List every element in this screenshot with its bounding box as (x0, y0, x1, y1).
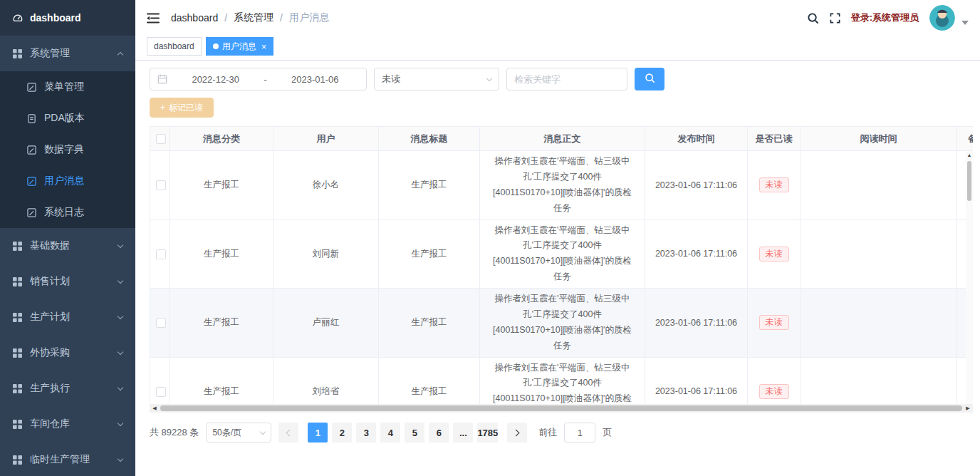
date-start-value[interactable]: 2022-12-30 (172, 74, 259, 85)
sidebar-item-1[interactable]: 基础数据 (0, 228, 135, 264)
sidebar-item-5[interactable]: 生产执行 (0, 371, 135, 406)
sidebar-subitem-0-3[interactable]: 用户消息 (0, 165, 135, 197)
cell-user: 徐小名 (273, 151, 379, 220)
grid-icon (13, 348, 23, 358)
close-icon[interactable]: × (261, 42, 267, 51)
row-checkbox[interactable] (156, 318, 166, 328)
cell-content: 操作者刘玉霞在'平端面、钻三级中孔'工序提交了400件[40011S0170+1… (480, 151, 645, 220)
sidebar-subitem-0-0[interactable]: 菜单管理 (0, 71, 135, 103)
horizontal-scroll-thumb[interactable] (160, 405, 962, 411)
cell-content: 操作者刘玉霞在'平端面、钻三级中孔'工序提交了400件[40011S0170+1… (480, 289, 645, 358)
tab-label: 用户消息 (222, 41, 256, 53)
select-all-cell (150, 127, 170, 151)
cell-read-time (801, 219, 957, 289)
breadcrumb-item-0[interactable]: dashboard (171, 12, 218, 24)
page-button-6[interactable]: 6 (429, 423, 449, 443)
chevron-down-icon (118, 242, 123, 247)
sidebar-item-label: 车间仓库 (30, 418, 70, 430)
total-count: 共 89228 条 (150, 426, 199, 439)
cell-title: 生产报工 (379, 289, 480, 358)
page-button-2[interactable]: 2 (332, 423, 352, 443)
goto-label: 前往 (538, 426, 557, 439)
column-header-6: 阅读时间 (801, 127, 957, 151)
date-end-value[interactable]: 2023-01-06 (271, 74, 359, 85)
next-page-button[interactable] (507, 423, 527, 443)
read-status-select[interactable]: 未读 (374, 68, 499, 90)
avatar[interactable] (929, 5, 955, 31)
cell-user: 刘培省 (273, 357, 379, 404)
chevron-down-icon (118, 348, 123, 354)
select-all-checkbox[interactable] (156, 134, 166, 144)
search-icon[interactable] (807, 12, 819, 24)
sidebar-item-0[interactable]: 系统管理 (0, 36, 135, 71)
breadcrumb-separator: / (224, 12, 227, 24)
sidebar-subitem-0-4[interactable]: 系统日志 (0, 197, 135, 228)
vertical-scrollbar[interactable]: ▲ (966, 151, 973, 404)
scroll-right-icon[interactable]: ▶ (963, 405, 973, 411)
keyword-input[interactable] (506, 68, 627, 90)
sidebar-subitem-label: 数据字典 (44, 143, 84, 156)
row-checkbox[interactable] (156, 249, 166, 259)
edit-icon (27, 82, 37, 92)
mark-read-button[interactable]: + 标记已读 (150, 98, 214, 118)
breadcrumb-item-2: 用户消息 (289, 11, 329, 24)
page-ellipsis[interactable]: ... (453, 423, 473, 443)
sidebar-item-3[interactable]: 生产计划 (0, 299, 135, 335)
goto-page-input[interactable] (564, 423, 595, 443)
vertical-scroll-thumb[interactable] (967, 161, 971, 201)
date-range-picker[interactable]: 2022-12-30 - 2023-01-06 (150, 68, 367, 90)
horizontal-scrollbar[interactable]: ◀ ▶ (150, 404, 973, 413)
page-button-5[interactable]: 5 (405, 423, 424, 443)
grid-icon (13, 312, 23, 322)
page-button-1785[interactable]: 1785 (477, 423, 498, 443)
scroll-left-icon[interactable]: ◀ (150, 405, 160, 411)
chevron-down-icon (118, 384, 123, 390)
chevron-down-icon (260, 428, 266, 434)
sidebar-item-label: 外协采购 (30, 346, 70, 359)
cell-content: 操作者刘玉霞在'平端面、钻三级中孔'工序提交了400件[40011S0170+1… (480, 357, 645, 404)
fullscreen-icon[interactable] (830, 13, 840, 24)
grid-icon (13, 276, 23, 286)
prev-page-button[interactable] (278, 423, 298, 443)
pagination: 共 89228 条 50条/页 123456...1785 前往 页 (150, 423, 980, 443)
page-button-3[interactable]: 3 (356, 423, 376, 443)
collapse-sidebar-icon[interactable] (147, 13, 160, 24)
row-checkbox[interactable] (156, 387, 166, 397)
cell-category: 生产报工 (170, 357, 273, 404)
page-button-4[interactable]: 4 (380, 423, 400, 443)
sidebar-item-6[interactable]: 车间仓库 (0, 406, 135, 442)
page-size-value: 50条/页 (212, 427, 241, 439)
cell-publish-time: 2023-01-06 17:11:06 (645, 357, 748, 404)
scroll-up-icon[interactable]: ▲ (967, 151, 972, 160)
grid-icon (13, 455, 23, 465)
sidebar-item-label: 临时生产管理 (30, 453, 90, 466)
table-body: 生产报工 徐小名 生产报工 操作者刘玉霞在'平端面、钻三级中孔'工序提交了400… (150, 151, 974, 405)
sidebar-item-7[interactable]: 临时生产管理 (0, 442, 135, 476)
chevron-down-icon (486, 75, 492, 81)
content: 2022-12-30 - 2023-01-06 未读 + 标记已读 (135, 61, 980, 476)
table-header-row: 消息分类用户消息标题消息正文发布时间是否已读阅读时间备注 (150, 127, 974, 151)
edit-icon (27, 145, 37, 155)
grid-icon (13, 48, 23, 58)
tab-0[interactable]: dashboard (147, 37, 202, 56)
search-button[interactable] (635, 68, 664, 90)
page-button-1[interactable]: 1 (308, 423, 328, 443)
breadcrumb-item-1[interactable]: 系统管理 (234, 11, 273, 24)
cell-read-time (801, 289, 957, 358)
app-logo-label: dashboard (30, 12, 81, 24)
active-tab-dot (213, 43, 219, 49)
caret-down-icon[interactable] (961, 21, 969, 25)
chevron-left-icon (286, 429, 293, 436)
app-logo[interactable]: dashboard (0, 0, 135, 36)
page-size-select[interactable]: 50条/页 (206, 423, 271, 443)
cell-category: 生产报工 (170, 289, 273, 358)
sidebar-subitem-0-1[interactable]: PDA版本 (0, 103, 135, 134)
sidebar-item-4[interactable]: 外协采购 (0, 335, 135, 371)
row-checkbox[interactable] (156, 180, 166, 190)
sidebar-item-2[interactable]: 销售计划 (0, 264, 135, 299)
cell-title: 生产报工 (379, 357, 480, 404)
dashboard-icon (13, 13, 23, 23)
sidebar-subitem-0-2[interactable]: 数据字典 (0, 134, 135, 165)
date-range-separator: - (259, 74, 271, 85)
tab-1[interactable]: 用户消息× (206, 37, 274, 56)
